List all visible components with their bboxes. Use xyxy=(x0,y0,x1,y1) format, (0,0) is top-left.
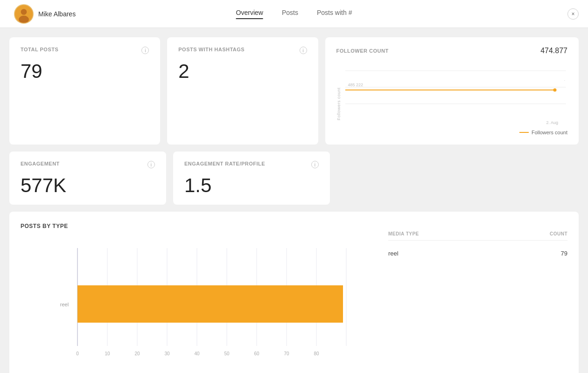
posts-by-type-section: POSTS BY TYPE xyxy=(9,212,579,373)
svg-text:20: 20 xyxy=(134,351,140,356)
bar-y-label: reel xyxy=(60,302,69,307)
chart-x-date: 2. Aug xyxy=(546,120,558,125)
media-type-col-header: MEDIA TYPE xyxy=(388,231,419,236)
svg-point-6 xyxy=(553,88,556,91)
follower-count-value: 474.877 xyxy=(540,47,567,55)
svg-point-2 xyxy=(19,15,29,23)
follower-count-title: FOLLOWER COUNT xyxy=(336,48,389,54)
stat-card-header: TOTAL POSTS i xyxy=(21,47,149,54)
media-type-value: reel xyxy=(388,250,399,257)
svg-point-1 xyxy=(21,9,27,15)
follower-line-chart xyxy=(343,60,567,120)
follower-legend: Followers count xyxy=(336,130,567,135)
chart-y-axis-label: Followers count xyxy=(336,60,341,120)
posts-hashtags-card: POSTS WITH HASHTAGS i 2 xyxy=(167,37,318,145)
nav-posts-hashtag[interactable]: Posts with # xyxy=(317,9,352,19)
avatar xyxy=(14,4,34,24)
count-col-header: COUNT xyxy=(550,231,567,236)
engagement-rate-info-icon[interactable]: i xyxy=(311,161,319,168)
stat-card-header2: POSTS WITH HASHTAGS i xyxy=(178,47,307,54)
posts-by-type-chart: POSTS BY TYPE xyxy=(21,223,379,373)
total-posts-value: 79 xyxy=(21,62,149,81)
engagement-header: ENGAGEMENT i xyxy=(21,161,155,168)
username-label: Mike Albares xyxy=(38,10,76,18)
svg-text:50: 50 xyxy=(224,351,230,356)
avatar-image xyxy=(15,4,33,24)
chart-y-value: 485 222 xyxy=(348,83,364,87)
follower-count-card: FOLLOWER COUNT 474.877 Followers count 4… xyxy=(325,37,579,145)
close-button[interactable]: × xyxy=(567,8,579,20)
main-content: TOTAL POSTS i 79 POSTS WITH HASHTAGS i 2… xyxy=(0,28,588,373)
svg-text:10: 10 xyxy=(105,351,110,356)
engagement-value: 577K xyxy=(21,176,155,195)
nav-overview[interactable]: Overview xyxy=(236,9,263,19)
table-header: MEDIA TYPE COUNT xyxy=(388,228,567,241)
svg-text:40: 40 xyxy=(194,351,200,356)
user-profile: Mike Albares xyxy=(14,4,76,24)
main-nav: Overview Posts Posts with # xyxy=(236,9,352,19)
top-stats-row: TOTAL POSTS i 79 POSTS WITH HASHTAGS i 2… xyxy=(9,37,579,145)
svg-text:70: 70 xyxy=(284,351,289,356)
engagement-card: ENGAGEMENT i 577K xyxy=(9,152,166,205)
engagement-rate-value: 1.5 xyxy=(184,176,319,195)
engagement-rate-header: ENGAGEMENT RATE/PROFILE i xyxy=(184,161,319,168)
engagement-rate-card: ENGAGEMENT RATE/PROFILE i 1.5 xyxy=(173,152,330,205)
engagement-info-icon[interactable]: i xyxy=(147,161,155,168)
chart-dot-marker: · xyxy=(564,78,565,83)
reel-bar xyxy=(77,285,343,323)
count-value: 79 xyxy=(561,250,567,257)
spacer xyxy=(337,152,579,205)
engagement-label: ENGAGEMENT xyxy=(21,161,60,166)
legend-line-icon xyxy=(519,132,529,133)
posts-by-type-title: POSTS BY TYPE xyxy=(21,223,379,229)
table-row: reel 79 xyxy=(388,245,567,262)
media-type-table: MEDIA TYPE COUNT reel 79 xyxy=(388,223,567,373)
header: Mike Albares Overview Posts Posts with #… xyxy=(0,0,588,28)
follower-chart: Followers count 485 222 · xyxy=(336,60,567,120)
bar-chart-svg: reel 0 10 20 30 40 50 60 70 80 xyxy=(21,239,379,369)
follower-legend-label: Followers count xyxy=(532,130,567,135)
engagement-row: ENGAGEMENT i 577K ENGAGEMENT RATE/PROFIL… xyxy=(9,152,579,205)
engagement-rate-label: ENGAGEMENT RATE/PROFILE xyxy=(184,161,265,166)
posts-hashtags-label: POSTS WITH HASHTAGS xyxy=(178,47,245,52)
posts-hashtags-info-icon[interactable]: i xyxy=(300,47,307,54)
svg-text:80: 80 xyxy=(314,351,319,356)
total-posts-label: TOTAL POSTS xyxy=(21,47,58,52)
svg-text:30: 30 xyxy=(164,351,170,356)
follower-header: FOLLOWER COUNT 474.877 xyxy=(336,47,567,55)
total-posts-card: TOTAL POSTS i 79 xyxy=(9,37,160,145)
nav-posts[interactable]: Posts xyxy=(282,9,298,19)
svg-text:60: 60 xyxy=(254,351,259,356)
posts-hashtags-value: 2 xyxy=(178,62,307,81)
bar-chart-area: reel 0 10 20 30 40 50 60 70 80 xyxy=(21,239,379,369)
total-posts-info-icon[interactable]: i xyxy=(141,47,149,54)
svg-text:0: 0 xyxy=(76,351,79,356)
